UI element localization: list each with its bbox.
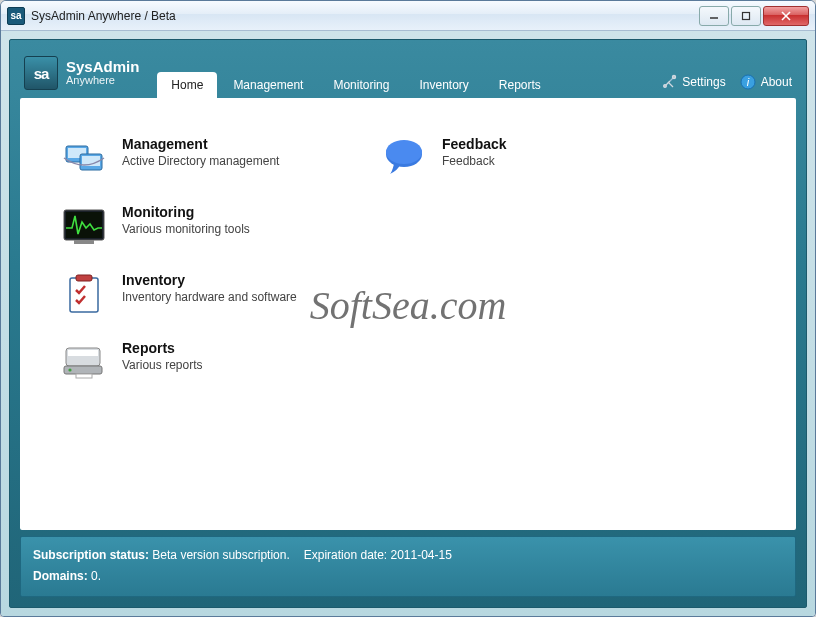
tile-inventory-title: Inventory — [122, 272, 297, 288]
logo: sa SysAdmin Anywhere — [24, 56, 139, 90]
svg-line-6 — [668, 82, 673, 87]
app-body: sa SysAdmin Anywhere Home Management Mon… — [1, 31, 815, 616]
svg-point-15 — [386, 140, 422, 164]
settings-link[interactable]: Settings — [661, 74, 725, 90]
tile-monitoring-title: Monitoring — [122, 204, 250, 220]
svg-point-7 — [673, 75, 676, 78]
monitoring-icon — [60, 204, 108, 248]
subscription-value: Beta version subscription. — [152, 548, 289, 562]
window-title: SysAdmin Anywhere / Beta — [31, 9, 697, 23]
settings-label: Settings — [682, 75, 725, 89]
brand-name: SysAdmin — [66, 59, 139, 75]
tile-monitoring[interactable]: Monitoring Various monitoring tools — [60, 204, 380, 248]
tab-monitoring[interactable]: Monitoring — [319, 72, 403, 98]
logo-text: SysAdmin Anywhere — [66, 59, 139, 86]
header-actions: Settings i About — [661, 74, 792, 90]
svg-rect-25 — [76, 374, 92, 378]
feedback-icon — [380, 136, 428, 180]
tile-feedback[interactable]: Feedback Feedback — [380, 136, 700, 180]
tile-reports[interactable]: Reports Various reports — [60, 340, 380, 384]
svg-point-24 — [68, 368, 71, 371]
svg-point-5 — [664, 85, 667, 88]
tile-reports-desc: Various reports — [122, 358, 202, 372]
management-icon — [60, 136, 108, 180]
domains-value: 0. — [91, 569, 101, 583]
settings-icon — [661, 74, 677, 90]
domains-label: Domains: — [33, 569, 88, 583]
app-inner: sa SysAdmin Anywhere Home Management Mon… — [9, 39, 807, 608]
header-row: sa SysAdmin Anywhere Home Management Mon… — [10, 40, 806, 98]
svg-rect-18 — [74, 240, 94, 244]
about-link[interactable]: i About — [740, 74, 792, 90]
tile-management-desc: Active Directory management — [122, 154, 279, 168]
svg-rect-1 — [743, 12, 750, 19]
tab-reports[interactable]: Reports — [485, 72, 555, 98]
home-tiles: Management Active Directory management F… — [60, 136, 756, 384]
inventory-icon — [60, 272, 108, 316]
info-icon: i — [740, 74, 756, 90]
tile-monitoring-desc: Various monitoring tools — [122, 222, 250, 236]
about-label: About — [761, 75, 792, 89]
footer-bar: Subscription status: Beta version subscr… — [20, 536, 796, 597]
minimize-button[interactable] — [699, 6, 729, 26]
brand-sub: Anywhere — [66, 75, 139, 87]
reports-icon — [60, 340, 108, 384]
tile-inventory-desc: Inventory hardware and software — [122, 290, 297, 304]
tile-reports-title: Reports — [122, 340, 202, 356]
title-bar: sa SysAdmin Anywhere / Beta — [1, 1, 815, 31]
tile-inventory[interactable]: Inventory Inventory hardware and softwar… — [60, 272, 380, 316]
tab-management[interactable]: Management — [219, 72, 317, 98]
expiration-value: 2011-04-15 — [391, 548, 452, 562]
tab-inventory[interactable]: Inventory — [405, 72, 482, 98]
tile-feedback-desc: Feedback — [442, 154, 507, 168]
app-icon: sa — [7, 7, 25, 25]
maximize-button[interactable] — [731, 6, 761, 26]
svg-rect-22 — [68, 350, 98, 356]
window-frame: sa SysAdmin Anywhere / Beta sa SysAdmin — [0, 0, 816, 617]
window-controls — [697, 6, 809, 26]
tile-feedback-title: Feedback — [442, 136, 507, 152]
tab-bar: Home Management Monitoring Inventory Rep… — [157, 46, 661, 98]
subscription-label: Subscription status: — [33, 548, 149, 562]
content-panel: Management Active Directory management F… — [20, 98, 796, 530]
svg-rect-20 — [76, 275, 92, 281]
logo-mark: sa — [24, 56, 58, 90]
tile-management-title: Management — [122, 136, 279, 152]
svg-rect-19 — [70, 278, 98, 312]
tile-management[interactable]: Management Active Directory management — [60, 136, 380, 180]
expiration-label: Expiration date: — [304, 548, 387, 562]
tab-home[interactable]: Home — [157, 72, 217, 98]
close-button[interactable] — [763, 6, 809, 26]
